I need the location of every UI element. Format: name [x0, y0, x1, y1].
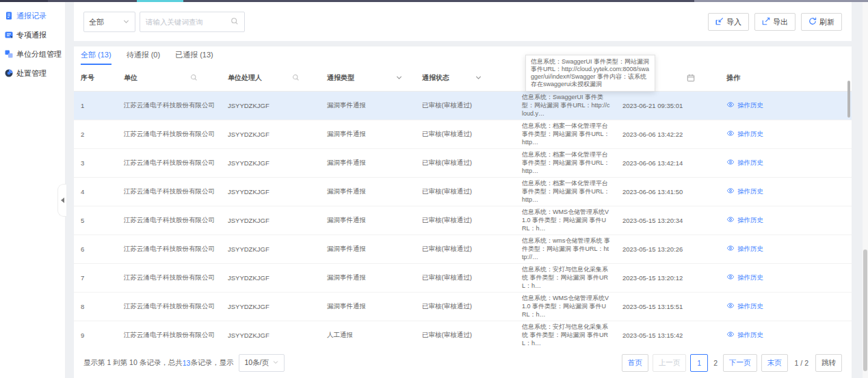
refresh-button[interactable]: 刷新	[801, 13, 842, 31]
table-row[interactable]: 9 江苏云涌电子科技股份有限公司 JSYYDZKJGF 人工通报 已审核(审核通…	[74, 321, 852, 349]
action-history-link[interactable]: 操作历史	[726, 301, 763, 311]
eye-icon	[726, 158, 735, 167]
tooltip: 信息系统：SwaggerUI 事件类型：网站漏洞 事件URL：http://cl…	[525, 55, 655, 92]
action-history-label: 操作历史	[737, 302, 763, 311]
search-input[interactable]	[146, 18, 231, 26]
cell-action: 操作历史	[720, 177, 852, 206]
col-header-status: 通报状态	[415, 65, 516, 91]
tab-reported[interactable]: 已通报 (13)	[175, 50, 213, 65]
cell-handler: JSYYDZKJGF	[221, 177, 320, 206]
action-history-link[interactable]: 操作历史	[726, 187, 763, 196]
action-history-link[interactable]: 操作历史	[726, 129, 763, 139]
action-history-label: 操作历史	[737, 187, 763, 196]
calendar-icon[interactable]	[687, 74, 695, 82]
cell-type: 漏洞事件通报	[320, 148, 415, 177]
search-icon[interactable]	[292, 74, 300, 81]
page-size-select[interactable]: 10条/页	[239, 354, 285, 372]
search-icon[interactable]	[231, 16, 239, 28]
export-button[interactable]: 导出	[754, 13, 795, 31]
cell-handler: JSYYDZKJGF	[221, 292, 320, 321]
eye-icon	[726, 330, 735, 340]
action-history-link[interactable]: 操作历史	[726, 244, 763, 254]
tab-all[interactable]: 全部 (13)	[81, 50, 111, 65]
table-row[interactable]: 1 江苏云涌电子科技股份有限公司 JSYYDZKJGF 漏洞事件通报 已审核(审…	[74, 91, 852, 120]
cell-status: 已审核(审核通过)	[415, 91, 516, 120]
cell-type: 漏洞事件通报	[320, 292, 415, 321]
cell-type: 漏洞事件通报	[320, 91, 415, 120]
filter-type-select[interactable]: 全部	[83, 12, 135, 32]
first-page-button[interactable]: 首页	[622, 354, 648, 372]
cell-time: 2023-06-06 13:42:14	[616, 148, 720, 177]
cell-status: 已审核(审核通过)	[415, 234, 516, 263]
import-label: 导入	[726, 17, 741, 27]
import-button[interactable]: 导入	[708, 13, 749, 31]
window-scrollbar[interactable]	[863, 2, 868, 378]
eye-icon	[726, 301, 735, 311]
total-count: 13	[183, 359, 191, 367]
sidebar-item-label: 处置管理	[16, 68, 47, 79]
table-row[interactable]: 7 江苏云涌电子科技股份有限公司 JSYYDZKJGF 漏洞事件通报 已审核(审…	[74, 263, 852, 292]
col-header-type: 通报类型	[320, 65, 415, 91]
table-scrollbar-thumb[interactable]	[847, 81, 850, 118]
chevron-down-icon[interactable]	[395, 74, 403, 81]
chevron-down-icon[interactable]	[475, 74, 482, 81]
cell-handler: JSYYDZKJGF	[221, 206, 320, 234]
table-row[interactable]: 6 江苏云涌电子科技股份有限公司 JSYYDZKJGF 漏洞事件通报 已审核(审…	[74, 234, 852, 263]
cell-status: 已审核(审核通过)	[415, 206, 516, 234]
eye-icon	[726, 273, 735, 282]
table-row[interactable]: 3 江苏云涌电子科技股份有限公司 JSYYDZKJGF 漏洞事件通报 已审核(审…	[74, 148, 852, 177]
export-label: 导出	[773, 17, 788, 27]
search-icon[interactable]	[190, 74, 198, 81]
cell-type: 漏洞事件通报	[320, 206, 415, 234]
action-history-link[interactable]: 操作历史	[726, 215, 763, 225]
col-header-handler: 单位处理人	[221, 65, 320, 91]
table-row[interactable]: 8 江苏云涌电子科技股份有限公司 JSYYDZKJGF 漏洞事件通报 已审核(审…	[74, 292, 852, 321]
cell-action: 操作历史	[720, 206, 852, 234]
cell-time: 2023-06-06 13:41:50	[616, 177, 720, 206]
action-history-link[interactable]: 操作历史	[726, 273, 763, 282]
cell-unit: 江苏云涌电子科技股份有限公司	[117, 234, 221, 263]
col-header-action: 操作	[720, 65, 852, 91]
filter-type-value: 全部	[89, 17, 122, 27]
page-button-2[interactable]: 2	[712, 359, 719, 367]
sidebar-item-special-report[interactable]: 专项通报	[0, 25, 65, 44]
cell-unit: 江苏云涌电子科技股份有限公司	[117, 206, 221, 234]
table-row[interactable]: 2 江苏云涌电子科技股份有限公司 JSYYDZKJGF 漏洞事件通报 已审核(审…	[74, 120, 852, 148]
table-footer: 显示第 1 到第 10 条记录，总共13条记录，显示 10条/页 首页 上一页 …	[74, 348, 852, 378]
window-scrollbar-thumb[interactable]	[863, 249, 867, 371]
next-page-button[interactable]: 下一页	[723, 354, 757, 372]
action-history-label: 操作历史	[737, 331, 763, 340]
page-button-1[interactable]: 1	[690, 354, 708, 372]
table-row[interactable]: 5 江苏云涌电子科技股份有限公司 JSYYDZKJGF 漏洞事件通报 已审核(审…	[74, 206, 852, 234]
tab-pending[interactable]: 待通报 (0)	[127, 50, 161, 65]
sidebar-item-unit-group[interactable]: 单位分组管理	[0, 44, 65, 64]
eye-icon	[726, 244, 735, 254]
sidebar-item-report-record[interactable]: 通报记录	[0, 6, 65, 25]
cell-unit: 江苏云涌电子科技股份有限公司	[117, 148, 221, 177]
action-history-link[interactable]: 操作历史	[726, 330, 763, 340]
sidebar-item-disposal[interactable]: 处置管理	[0, 64, 65, 83]
eye-icon	[726, 129, 735, 139]
sidebar-collapse-handle[interactable]	[57, 184, 66, 217]
prev-page-button[interactable]: 上一页	[653, 354, 687, 372]
cell-type: 漏洞事件通报	[320, 234, 415, 263]
sidebar-item-label: 通报记录	[16, 11, 47, 21]
cell-status: 已审核(审核通过)	[415, 177, 516, 206]
refresh-icon	[808, 17, 817, 27]
record-summary: 显示第 1 到第 10 条记录，总共13条记录，显示 10条/页	[83, 354, 285, 372]
last-page-button[interactable]: 末页	[761, 354, 788, 372]
cell-unit: 江苏云涌电子科技股份有限公司	[117, 263, 221, 292]
cell-status: 已审核(审核通过)	[415, 263, 516, 292]
table-row[interactable]: 4 江苏云涌电子科技股份有限公司 JSYYDZKJGF 漏洞事件通报 已审核(审…	[74, 177, 852, 206]
action-history-link[interactable]: 操作历史	[726, 100, 763, 110]
cell-action: 操作历史	[720, 263, 852, 292]
cell-content: 信息系统：档案一体化管理平台 事件类型：网站漏洞 事件URL：http…	[516, 148, 616, 177]
cell-unit: 江苏云涌电子科技股份有限公司	[117, 321, 221, 349]
jump-button[interactable]: 跳转	[815, 354, 842, 372]
cell-content: 信息系统：WMS仓储管理系统V1.0 事件类型：网站漏洞 事件URL：h…	[516, 292, 616, 321]
unit-group-icon	[5, 50, 13, 58]
action-history-link[interactable]: 操作历史	[726, 158, 763, 167]
cell-type: 漏洞事件通报	[320, 177, 415, 206]
cell-time: 2023-05-15 13:20:34	[616, 206, 720, 234]
cell-action: 操作历史	[720, 148, 852, 177]
